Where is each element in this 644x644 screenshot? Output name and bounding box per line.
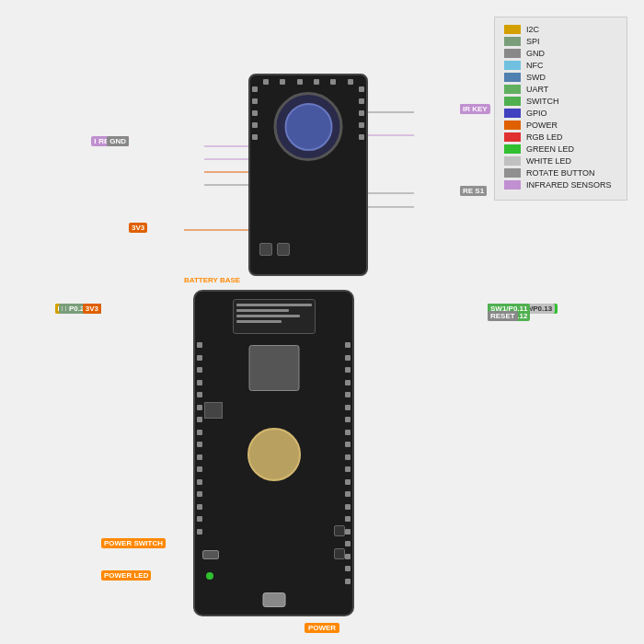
battery-base-label: BATTERY BASE xyxy=(184,274,240,284)
legend-item: WHITE LED xyxy=(504,156,617,166)
component xyxy=(259,243,272,256)
antenna-traces xyxy=(234,300,315,327)
bottom-module-area: GND P0.08/RX P0.06/TX P0.05/RTS P0.07/CT… xyxy=(101,290,488,630)
pin xyxy=(197,466,202,472)
pin-col-right xyxy=(359,86,364,140)
power-bottom-area: POWER xyxy=(0,623,644,633)
pin xyxy=(197,479,202,485)
pin xyxy=(345,579,351,584)
pin xyxy=(252,122,258,128)
pin xyxy=(359,122,364,128)
legend-label-text: I2C xyxy=(526,25,539,34)
pin xyxy=(314,79,319,85)
pin xyxy=(252,110,258,116)
legend-label-text: RGB LED xyxy=(526,132,563,142)
lbl-3v3-2: 3V3 xyxy=(83,304,101,314)
pin xyxy=(197,516,202,522)
pin xyxy=(297,79,303,85)
pin xyxy=(197,367,202,373)
legend-item: SPI xyxy=(504,37,617,46)
legend-item: NFC xyxy=(504,61,617,70)
legend-item: I2C xyxy=(504,25,617,34)
legend-item: INFRARED SENSORS xyxy=(504,180,617,190)
pin xyxy=(348,79,353,85)
pin xyxy=(359,98,364,104)
pin xyxy=(359,110,364,116)
legend-label-text: ROTATE BUTTON xyxy=(526,168,595,178)
component xyxy=(277,243,290,256)
pin xyxy=(359,134,364,140)
antenna-area xyxy=(233,299,316,334)
pin xyxy=(197,355,202,361)
legend-color-swatch xyxy=(504,61,521,70)
pin xyxy=(197,417,202,422)
pin xyxy=(345,380,351,385)
label-ir-key: IR KEY xyxy=(460,104,490,114)
pin xyxy=(252,86,258,92)
legend-label-text: GPIO xyxy=(526,109,547,118)
pin xyxy=(345,454,351,460)
pin xyxy=(359,86,364,92)
legend-label-text: INFRARED SENSORS xyxy=(526,180,612,190)
pin xyxy=(252,134,258,140)
pin xyxy=(345,541,351,546)
pin xyxy=(345,367,351,373)
pin xyxy=(345,504,351,510)
pin xyxy=(197,380,202,385)
legend-item: ROTATE BUTTON xyxy=(504,168,617,178)
pin xyxy=(197,454,202,460)
power-led-label: POWER LED xyxy=(101,570,151,581)
pin xyxy=(345,442,351,447)
label-gnd-left: GND xyxy=(107,136,129,146)
legend-item: POWER xyxy=(504,121,617,130)
power-bottom-label: POWER xyxy=(305,623,339,633)
legend-color-swatch xyxy=(504,37,521,46)
legend-label-text: SWITCH xyxy=(526,97,559,106)
pin xyxy=(330,79,336,85)
legend-label-text: NFC xyxy=(526,61,544,70)
label-re-s1: RE S1 xyxy=(460,186,487,196)
legend-label-text: SPI xyxy=(526,37,540,46)
main-chip xyxy=(248,345,299,391)
trace xyxy=(236,309,289,312)
legend-color-swatch xyxy=(504,25,521,34)
top-module-area: LED KEY RE KEY 3V3 GND GND IR KEY RE S2 xyxy=(129,74,460,304)
pin-row-top xyxy=(258,79,359,85)
trace xyxy=(236,315,301,317)
pin xyxy=(197,491,202,497)
legend-label-text: WHITE LED xyxy=(526,156,571,166)
pin xyxy=(197,430,202,435)
pin xyxy=(263,79,269,85)
pin xyxy=(280,79,285,85)
legend-label-text: GND xyxy=(526,49,545,58)
pin xyxy=(345,554,351,559)
pin xyxy=(197,529,202,535)
top-board xyxy=(248,74,368,276)
legend-color-swatch xyxy=(504,168,521,178)
main-board xyxy=(193,290,354,616)
legend-item: GND xyxy=(504,49,617,58)
pin xyxy=(345,566,351,571)
legend-color-swatch xyxy=(504,97,521,106)
rbl-reset2: RESET xyxy=(488,311,518,321)
pir-lens xyxy=(284,103,332,151)
pin xyxy=(197,342,202,348)
legend-item: SWD xyxy=(504,73,617,82)
legend-item: SWITCH xyxy=(504,97,617,106)
legend-color-swatch xyxy=(504,156,521,166)
pin xyxy=(345,392,351,397)
pin xyxy=(345,529,351,535)
trace xyxy=(236,304,312,306)
pin xyxy=(345,430,351,435)
bottom-components xyxy=(259,243,290,256)
button-sw2 xyxy=(334,548,345,559)
pin xyxy=(197,405,202,410)
pin-col-left xyxy=(252,86,258,140)
pin xyxy=(345,516,351,522)
usb-port xyxy=(262,592,285,607)
button-sw1 xyxy=(334,525,345,536)
legend-label-text: GREEN LED xyxy=(526,144,574,154)
pin xyxy=(345,355,351,361)
legend-color-swatch xyxy=(504,109,521,118)
pin-col-left-main xyxy=(197,342,202,535)
